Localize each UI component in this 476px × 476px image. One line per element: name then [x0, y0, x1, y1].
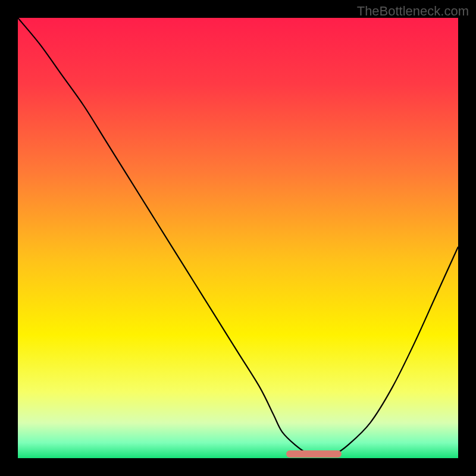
plot-area	[18, 18, 458, 458]
watermark-text: TheBottleneck.com	[357, 4, 469, 19]
optimal-band-marker	[286, 450, 342, 458]
bottleneck-curve	[18, 18, 458, 458]
chart-frame: TheBottleneck.com	[0, 0, 476, 476]
curve-path	[18, 18, 458, 455]
